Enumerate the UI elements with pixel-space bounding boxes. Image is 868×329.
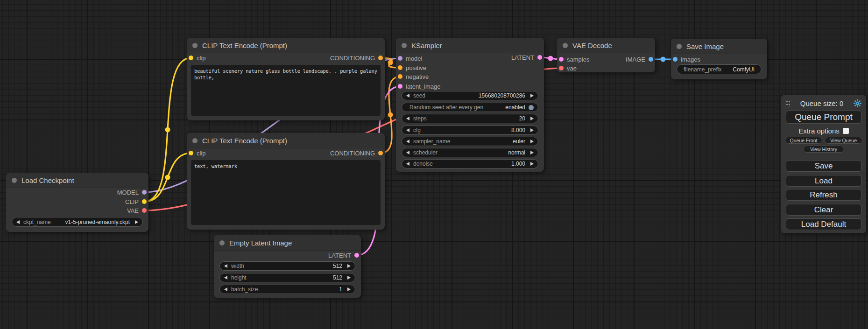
conditioning-output-port[interactable]: CONDITIONING (330, 148, 385, 158)
node-title-bar[interactable]: Load Checkpoint (6, 173, 148, 188)
image-port-dot-icon[interactable] (673, 57, 677, 62)
latent-output-port[interactable]: LATENT (328, 251, 361, 260)
collapse-dot-icon[interactable] (12, 178, 17, 183)
latent-port-dot-icon[interactable] (398, 84, 402, 89)
node-title-bar[interactable]: CLIP Text Encode (Prompt) (187, 133, 385, 148)
conditioning-port-dot-icon[interactable] (398, 74, 402, 79)
node-title-bar[interactable]: CLIP Text Encode (Prompt) (187, 38, 385, 53)
load-button[interactable]: Load (786, 175, 861, 187)
denoise-widget[interactable]: denoise 1.000 (402, 159, 538, 168)
clear-button[interactable]: Clear (786, 204, 861, 216)
model-input-port[interactable]: model (396, 54, 422, 63)
node-clip-text-encode-negative[interactable]: CLIP Text Encode (Prompt) clip CONDITION… (187, 133, 385, 230)
node-title-bar[interactable]: KSampler (396, 38, 544, 53)
increment-arrow-icon[interactable] (347, 287, 351, 291)
increment-arrow-icon[interactable] (530, 128, 534, 132)
collapse-dot-icon[interactable] (192, 43, 198, 48)
images-input-port[interactable]: images (671, 55, 700, 64)
increment-arrow-icon[interactable] (347, 276, 351, 280)
node-graph-canvas[interactable]: Load Checkpoint MODEL CLIP VAE ckpt_name… (0, 0, 868, 329)
model-port-dot-icon[interactable] (398, 56, 402, 61)
vae-input-port[interactable]: vae (557, 63, 577, 73)
vae-output-port[interactable]: VAE (127, 206, 148, 215)
decrement-arrow-icon[interactable] (224, 287, 227, 291)
increment-arrow-icon[interactable] (135, 220, 138, 224)
clip-port-dot-icon[interactable] (189, 56, 193, 60)
steps-widget[interactable]: steps 20 (402, 114, 538, 123)
node-title-bar[interactable]: Empty Latent Image (214, 235, 361, 251)
negative-input-port[interactable]: negative (396, 72, 429, 81)
clip-output-port[interactable]: CLIP (125, 197, 148, 206)
collapse-dot-icon[interactable] (192, 138, 198, 143)
decrement-arrow-icon[interactable] (16, 220, 20, 224)
node-empty-latent-image[interactable]: Empty Latent Image LATENT width 512 heig… (214, 235, 361, 298)
decrement-arrow-icon[interactable] (406, 151, 409, 154)
decrement-arrow-icon[interactable] (406, 94, 409, 98)
decrement-arrow-icon[interactable] (406, 140, 409, 143)
clip-port-dot-icon[interactable] (142, 199, 147, 204)
negative-prompt-textarea[interactable]: text, watermark (191, 160, 381, 225)
cfg-widget[interactable]: cfg 8.000 (402, 126, 538, 135)
node-load-checkpoint[interactable]: Load Checkpoint MODEL CLIP VAE ckpt_name… (6, 173, 148, 232)
drag-handle-icon[interactable] (786, 100, 790, 107)
extra-options-checkbox[interactable] (843, 128, 849, 134)
toggle-dot-icon[interactable] (529, 105, 534, 110)
queue-prompt-button[interactable]: Queue Prompt (786, 111, 861, 124)
ckpt-name-widget[interactable]: ckpt_name v1-5-pruned-emaonly.ckpt (12, 217, 143, 227)
scheduler-widget[interactable]: scheduler normal (402, 148, 538, 157)
seed-widget[interactable]: seed 156680208700286 (402, 91, 538, 100)
height-widget[interactable]: height 512 (219, 273, 355, 282)
load-default-button[interactable]: Load Default (786, 218, 861, 230)
conditioning-output-port[interactable]: CONDITIONING (330, 53, 385, 63)
latent-output-port[interactable]: LATENT (511, 53, 544, 62)
filename-prefix-widget[interactable]: filename_prefix ComfyUI (677, 64, 762, 74)
queue-front-button[interactable]: Queue Front (785, 137, 822, 144)
conditioning-port-dot-icon[interactable] (398, 65, 402, 70)
decrement-arrow-icon[interactable] (406, 162, 409, 166)
node-title-bar[interactable]: Save Image (671, 39, 767, 54)
increment-arrow-icon[interactable] (530, 162, 534, 166)
refresh-button[interactable]: Refresh (786, 189, 861, 201)
clip-input-port[interactable]: clip (187, 53, 206, 63)
increment-arrow-icon[interactable] (530, 151, 534, 154)
node-title-bar[interactable]: VAE Decode (557, 38, 655, 53)
node-save-image[interactable]: Save Image images filename_prefix ComfyU… (671, 39, 767, 79)
increment-arrow-icon[interactable] (530, 117, 534, 120)
batch-size-widget[interactable]: batch_size 1 (219, 285, 355, 294)
collapse-dot-icon[interactable] (219, 240, 225, 245)
increment-arrow-icon[interactable] (347, 264, 351, 268)
conditioning-port-dot-icon[interactable] (378, 56, 383, 60)
node-clip-text-encode-positive[interactable]: CLIP Text Encode (Prompt) clip CONDITION… (187, 38, 385, 120)
decrement-arrow-icon[interactable] (406, 117, 409, 120)
collapse-dot-icon[interactable] (402, 43, 407, 48)
increment-arrow-icon[interactable] (530, 94, 534, 98)
queue-panel[interactable]: Queue size: 0 Queue Prompt Extra options… (781, 95, 866, 233)
collapse-dot-icon[interactable] (563, 43, 568, 48)
random-seed-toggle-widget[interactable]: Random seed after every gen enabled (402, 103, 538, 112)
conditioning-port-dot-icon[interactable] (378, 151, 383, 155)
vae-port-dot-icon[interactable] (559, 66, 564, 70)
decrement-arrow-icon[interactable] (224, 276, 227, 280)
latent-image-input-port[interactable]: latent_image (396, 82, 440, 91)
decrement-arrow-icon[interactable] (224, 264, 227, 268)
model-port-dot-icon[interactable] (142, 190, 147, 195)
collapse-dot-icon[interactable] (677, 44, 682, 49)
increment-arrow-icon[interactable] (530, 140, 534, 143)
image-output-port[interactable]: IMAGE (626, 55, 655, 64)
view-queue-button[interactable]: View Queue (825, 137, 862, 144)
sampler-name-widget[interactable]: sampler_name euler (402, 137, 538, 146)
positive-input-port[interactable]: positive (396, 63, 426, 72)
settings-gear-icon[interactable] (854, 99, 861, 107)
width-widget[interactable]: width 512 (219, 261, 355, 271)
decrement-arrow-icon[interactable] (406, 128, 409, 132)
view-history-button[interactable]: View History (803, 146, 844, 153)
node-ksampler[interactable]: KSampler model positive negative latent_… (396, 38, 544, 172)
clip-input-port[interactable]: clip (187, 148, 206, 158)
latent-port-dot-icon[interactable] (559, 57, 564, 62)
image-port-dot-icon[interactable] (649, 57, 653, 62)
save-button[interactable]: Save (786, 160, 861, 172)
positive-prompt-textarea[interactable]: beautiful scenery nature glass bottle la… (191, 65, 381, 116)
latent-port-dot-icon[interactable] (537, 55, 542, 60)
node-vae-decode[interactable]: VAE Decode samples vae IMAGE (557, 38, 655, 72)
vae-port-dot-icon[interactable] (142, 208, 147, 213)
